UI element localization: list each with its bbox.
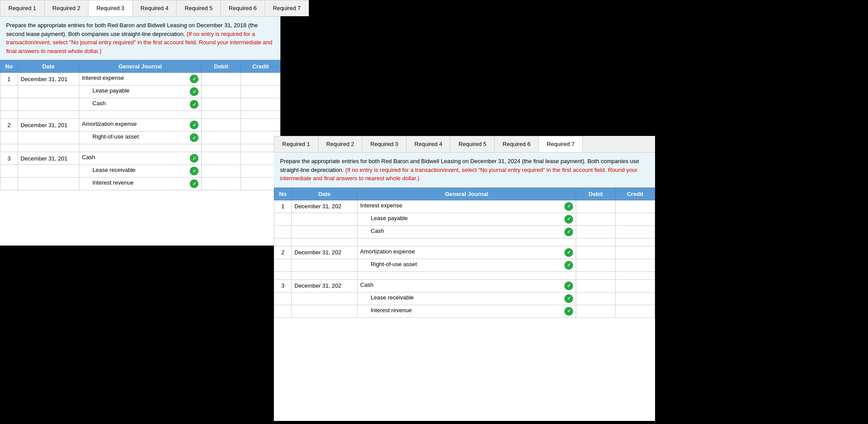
row-debit[interactable] [202,73,241,86]
row-credit[interactable] [616,213,655,225]
row-debit[interactable] [202,178,241,190]
check-icon: ✓ [564,307,573,316]
journal-entry-label: Amortization expense [82,121,137,127]
journal-entry-label: Amortization expense [360,248,415,255]
row-credit[interactable] [241,98,280,111]
journal-entry-label: Lease receivable [92,167,135,173]
row-no: 1 [0,73,18,86]
row-debit[interactable] [576,200,616,213]
row-no [0,98,18,111]
row-debit[interactable] [576,259,616,271]
table-row: Cash✓ [274,225,655,238]
col-header-date-right: Date [292,188,358,200]
row-journal: Interest expense✓ [358,200,576,213]
row-credit[interactable] [616,292,655,305]
tab-required-6-right[interactable]: Required 6 [494,136,539,152]
row-no: 3 [274,279,292,292]
row-credit[interactable] [241,119,280,132]
tab-required-2-left[interactable]: Required 2 [44,0,89,16]
journal-entry-label: Cash [360,281,373,288]
spacer-row [274,271,655,279]
row-journal: Right-of-use asset✓ [79,132,202,144]
row-debit[interactable] [576,279,616,292]
row-debit[interactable] [576,213,616,225]
check-icon: ✓ [564,294,573,303]
check-icon: ✓ [564,281,573,290]
journal-entry-label: Interest revenue [371,307,412,314]
tab-required-5-left[interactable]: Required 5 [176,0,221,16]
row-credit[interactable] [616,305,655,317]
col-header-journal-left: General Journal [79,61,202,73]
journal-entry-label: Lease payable [92,87,130,94]
row-credit[interactable] [241,86,280,98]
row-journal: Cash✓ [358,279,576,292]
tab-required-5-right[interactable]: Required 5 [450,136,495,152]
row-journal: Cash✓ [79,98,202,111]
table-row: Lease receivable✓ [0,165,280,178]
journal-entry-label: Cash [82,154,95,160]
row-date: December 31, 202 [292,200,358,213]
table-row: 2December 31, 201Amortization expense✓ [0,119,280,132]
row-debit[interactable] [202,86,241,98]
left-panel: Required 1 Required 2 Required 3 Require… [0,0,280,246]
row-no [0,165,18,178]
row-credit[interactable] [616,246,655,259]
row-debit[interactable] [202,165,241,178]
right-journal-table: No Date General Journal Debit Credit 1De… [274,188,655,318]
row-credit[interactable] [616,279,655,292]
row-debit[interactable] [576,225,616,238]
row-credit[interactable] [616,200,655,213]
row-date [292,292,358,305]
row-date: December 31, 201 [18,73,79,86]
row-date: December 31, 201 [18,119,79,132]
row-no: 2 [274,246,292,259]
row-date [292,305,358,317]
check-icon: ✓ [564,228,573,236]
row-date: December 31, 201 [18,152,79,165]
tab-required-3-right[interactable]: Required 3 [362,136,407,152]
row-credit[interactable] [241,73,280,86]
left-journal-table: No Date General Journal Debit Credit 1De… [0,60,280,190]
row-debit[interactable] [202,152,241,165]
row-journal: Interest revenue✓ [79,178,202,190]
row-debit[interactable] [202,98,241,111]
check-icon: ✓ [190,100,198,109]
row-journal: Lease payable✓ [358,213,576,225]
row-no: 3 [0,152,18,165]
row-date [292,225,358,238]
table-row: 1December 31, 201Interest expense✓ [0,73,280,86]
row-debit[interactable] [576,305,616,317]
tab-required-7-left[interactable]: Required 7 [265,0,309,16]
tab-required-6-left[interactable]: Required 6 [220,0,265,16]
tab-required-1-right[interactable]: Required 1 [274,136,319,152]
row-journal: Lease receivable✓ [358,292,576,305]
journal-entry-label: Interest revenue [92,179,134,186]
table-row: Interest revenue✓ [274,305,655,317]
table-row: Lease payable✓ [274,213,655,225]
row-no [274,225,292,238]
right-panel: Required 1 Required 2 Required 3 Require… [274,136,655,421]
journal-entry-label: Lease receivable [371,294,414,301]
tab-required-4-right[interactable]: Required 4 [406,136,451,152]
row-debit[interactable] [576,292,616,305]
tab-required-1-left[interactable]: Required 1 [0,0,45,16]
row-credit[interactable] [616,225,655,238]
col-header-credit-right: Credit [616,188,655,200]
row-date [292,259,358,271]
tab-required-4-left[interactable]: Required 4 [132,0,177,16]
journal-entry-label: Cash [92,100,106,107]
row-journal: Amortization expense✓ [358,246,576,259]
row-journal: Lease payable✓ [79,86,202,98]
row-credit[interactable] [616,259,655,271]
row-journal: Interest expense✓ [79,73,202,86]
row-journal: Lease receivable✓ [79,165,202,178]
row-debit[interactable] [202,132,241,144]
row-debit[interactable] [202,119,241,132]
tab-required-7-right[interactable]: Required 7 [539,136,583,152]
row-no [274,292,292,305]
tab-required-3-left[interactable]: Required 3 [88,0,133,16]
tab-required-2-right[interactable]: Required 2 [318,136,363,152]
row-debit[interactable] [576,246,616,259]
check-icon: ✓ [190,154,198,163]
table-row: Right-of-use asset✓ [274,259,655,271]
